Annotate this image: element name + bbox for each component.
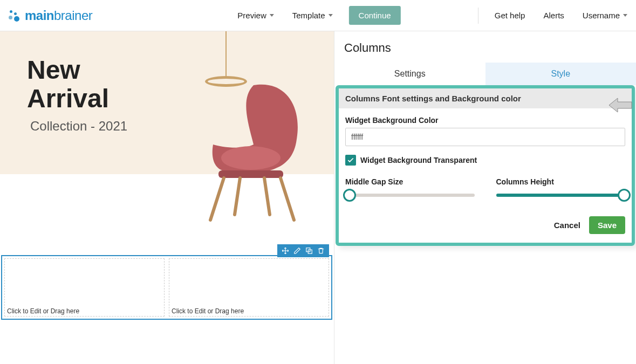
- svg-line-3: [281, 178, 294, 220]
- dropzone-hint: Click to Edit or Drag here: [7, 307, 79, 315]
- username-menu[interactable]: Username: [580, 8, 630, 23]
- chevron-down-icon: [623, 14, 627, 17]
- editor-canvas[interactable]: New Arrival Collection - 2021: [0, 31, 334, 364]
- logo-text: mainbrainer: [25, 8, 92, 23]
- arrow-pointer-icon: [608, 97, 633, 115]
- chevron-down-icon: [270, 14, 274, 17]
- svg-point-0: [221, 146, 281, 170]
- transparent-label: Widget Background Transparent: [360, 156, 477, 164]
- column-2-dropzone[interactable]: Click to Edit or Drag here: [169, 258, 329, 317]
- tab-settings[interactable]: Settings: [334, 63, 485, 85]
- transparent-checkbox[interactable]: [345, 155, 356, 166]
- duplicate-icon[interactable]: [303, 245, 315, 256]
- column-1-dropzone[interactable]: Click to Edit or Drag here: [4, 258, 165, 317]
- nav-center: Preview Template Continue: [235, 6, 400, 25]
- divider: [478, 8, 478, 24]
- app-header: mainbrainer Preview Template Continue Ge…: [0, 0, 636, 31]
- svg-line-5: [264, 178, 270, 215]
- gap-size-label: Middle Gap Size: [345, 177, 475, 186]
- hero-block[interactable]: New Arrival Collection - 2021: [0, 31, 334, 174]
- bg-color-label: Widget Background Color: [345, 116, 625, 125]
- edit-icon[interactable]: [291, 245, 303, 256]
- properties-panel: Columns Settings Style Columns Font sett…: [334, 31, 636, 364]
- height-slider[interactable]: [496, 194, 626, 197]
- svg-rect-1: [218, 170, 283, 178]
- help-link[interactable]: Get help: [493, 8, 528, 23]
- tab-style[interactable]: Style: [485, 63, 637, 85]
- slider-thumb[interactable]: [343, 189, 356, 202]
- nav-right: Get help Alerts Username: [478, 8, 630, 24]
- widget-toolbar: [277, 244, 329, 257]
- alerts-link[interactable]: Alerts: [541, 8, 566, 23]
- dropzone-hint: Click to Edit or Drag here: [172, 307, 244, 315]
- username-label: Username: [583, 11, 620, 20]
- template-menu[interactable]: Template: [290, 8, 335, 23]
- gap-size-slider[interactable]: [345, 194, 475, 197]
- style-settings-box: Columns Font settings and Background col…: [336, 85, 635, 246]
- cancel-button[interactable]: Cancel: [554, 221, 580, 230]
- continue-button[interactable]: Continue: [349, 6, 401, 25]
- slider-thumb[interactable]: [618, 189, 631, 202]
- selected-columns-widget[interactable]: Click to Edit or Drag here Click to Edit…: [1, 244, 332, 320]
- delete-icon[interactable]: [315, 245, 327, 256]
- svg-line-2: [210, 178, 224, 220]
- move-icon[interactable]: [279, 245, 291, 256]
- template-label: Template: [292, 11, 325, 20]
- bg-color-input[interactable]: [345, 128, 625, 146]
- height-label: Columns Height: [496, 177, 626, 186]
- logo-icon: [6, 8, 22, 23]
- preview-menu[interactable]: Preview: [235, 8, 276, 23]
- svg-line-4: [235, 178, 240, 215]
- chair-image: [189, 74, 318, 225]
- save-button[interactable]: Save: [589, 216, 625, 234]
- chevron-down-icon: [329, 14, 333, 17]
- logo[interactable]: mainbrainer: [6, 8, 92, 23]
- panel-title: Columns: [334, 38, 636, 63]
- preview-label: Preview: [237, 11, 266, 20]
- panel-tabs: Settings Style: [334, 63, 636, 85]
- style-section-header: Columns Font settings and Background col…: [339, 88, 632, 108]
